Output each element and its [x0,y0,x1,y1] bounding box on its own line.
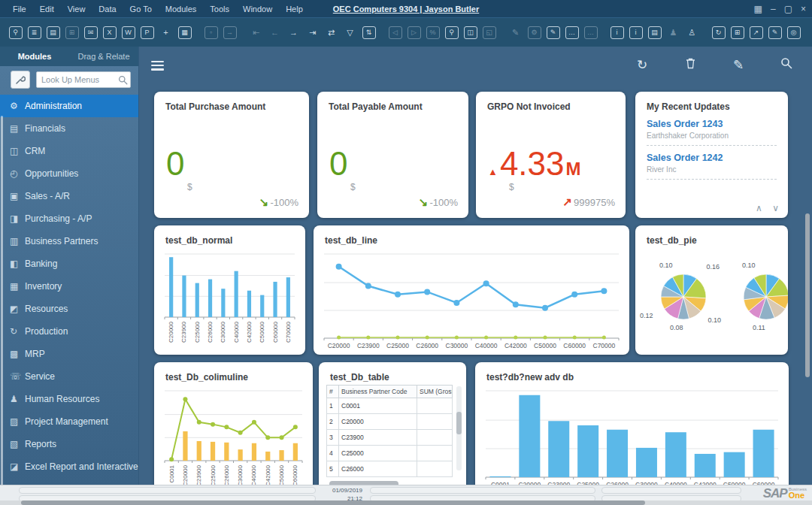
sales-ar-icon: ▣ [10,191,25,201]
chart-test-db-colimuline: C0001C20000C23900C25000C26000C30000C4000… [159,383,308,485]
window-title[interactable]: OEC Computers 9304 | Jayson Butler [333,5,479,14]
refresh-icon[interactable]: ↻ [635,57,650,73]
kpi-title: GRPO Not Invoiced [476,92,626,112]
sidebar-item-label: Opportunities [25,168,78,179]
menu-item-view[interactable]: View [61,5,92,14]
card-test-db-colimuline[interactable]: test_Db_colimuline C0001C20000C23900C250… [154,362,313,485]
edit-icon[interactable]: ✎ [731,57,746,73]
sidebar-item-inventory[interactable]: ▦Inventory [0,275,138,298]
trash-icon[interactable] [683,57,698,73]
pdf-icon[interactable]: P [141,26,154,39]
minimize-icon[interactable]: – [771,4,776,14]
sidebar-item-opportunities[interactable]: ◴Opportunities [0,162,138,185]
card-total-purchase-amount[interactable]: Total Purchase Amount0$↘-100% [154,92,309,218]
doc-note-icon[interactable]: ✎ [768,26,782,39]
content-vertical-scrollbar[interactable] [805,213,810,377]
scroll-up-icon[interactable]: ∧ [756,203,762,213]
menu-item-go-to[interactable]: Go To [123,5,159,14]
card-grpo-not-invoiced[interactable]: GRPO Not Invoiced▲4.33M$↗999975% [476,92,626,218]
maximize-icon[interactable]: ▢ [784,4,792,14]
mail-icon[interactable]: ✉ [84,26,98,39]
card-test-db-pie[interactable]: test_db_pie 0.100.160.120.080.100.100.14… [635,225,788,355]
table-row[interactable]: 4C25000 [327,446,453,461]
doc-refresh-icon[interactable]: ↻ [712,26,726,39]
sidebar-item-human-resources[interactable]: ♟Human Resources [0,388,138,410]
menu-item-data[interactable]: Data [92,5,123,14]
sidebar-scrollbar[interactable] [1,116,3,485]
pie-label: 0.08 [670,324,683,331]
card-total-payable-amount[interactable]: Total Payable Amount0$↘-100% [317,92,468,218]
status-field [19,487,316,494]
move-icon[interactable]: + [158,25,174,40]
sidebar-item-purchasing-a-p[interactable]: ◨Purchasing - A/P [0,207,138,230]
chat-icon[interactable]: … [565,26,579,39]
wrench-icon[interactable] [11,71,30,89]
doc-edit-icon[interactable]: ✎ [547,26,560,39]
table-row[interactable]: 3C23900 [327,430,453,446]
journal-icon[interactable]: ▤ [648,26,662,39]
card-test-db-new-adv-db[interactable]: test?db?new adv db C0001C20000C23900C250… [475,362,789,485]
sidebar-item-service[interactable]: ☏Service [0,365,138,388]
table-row[interactable]: 2C20000 [327,414,453,430]
scroll-down-icon[interactable]: ∨ [772,203,779,213]
card-my-recent-updates[interactable]: My Recent Updates Sales Order 1243Earths… [635,92,788,218]
layout-designer-icon[interactable]: ⊞ [731,26,744,39]
filter-icon[interactable]: ▽ [342,25,358,40]
sidebar-item-excel-report-and-interactive[interactable]: ◪Excel Report and Interactive [0,455,138,478]
menu-item-tools[interactable]: Tools [203,5,236,14]
menu-bar: FileEditViewDataGo ToModulesToolsWindowH… [0,0,812,18]
sidebar-item-project-management[interactable]: ▨Project Management [0,410,138,433]
doc-info-icon[interactable]: i [611,26,624,39]
table-vertical-scrollbar[interactable] [456,386,462,470]
sidebar-item-sales-a-r[interactable]: ▣Sales - A/R [0,185,138,207]
sidebar-item-production[interactable]: ↻Production [0,320,138,343]
pie-label: 0.16 [706,263,720,271]
table-settings-icon[interactable]: ▦ [178,26,192,39]
sidebar-item-business-partners[interactable]: ▥Business Partners [0,230,138,252]
print-preview-icon[interactable]: ▤ [47,26,60,39]
next-record-icon[interactable]: → [286,25,301,40]
card-test-db-table[interactable]: test_Db_table #Business Partner CodeSUM … [319,362,466,485]
tab-drag-relate[interactable]: Drag & Relate [69,52,138,61]
layout-grid-icon[interactable]: ▦ [754,4,762,14]
menu-item-file[interactable]: File [6,5,33,14]
payment-info-icon[interactable]: i [629,26,643,39]
svg-text:C42000: C42000 [265,464,271,485]
lookup-menus-input[interactable] [36,71,131,88]
kpi-trend: ↘-100% [259,195,298,209]
menu-item-help[interactable]: Help [279,5,310,14]
excel-icon[interactable]: X [103,26,117,39]
word-icon[interactable]: W [122,26,135,39]
table-row[interactable]: 5C26000 [327,461,453,477]
last-record-icon[interactable]: ⇥ [304,25,320,40]
external-link-icon[interactable]: ↗ [750,26,763,39]
sort-icon[interactable]: ⇅ [362,26,376,39]
recent-update-link[interactable]: Sales Order 1243 [647,119,777,129]
sidebar-item-reports[interactable]: ▧Reports [0,433,138,455]
card-test-db-line[interactable]: test_db_line C20000C23900C25000C26000C30… [314,225,629,355]
sidebar-item-banking[interactable]: ◧Banking [0,252,138,275]
window-horizontal-scrollbar[interactable] [0,500,812,505]
menu-item-edit[interactable]: Edit [33,5,61,14]
menu-item-modules[interactable]: Modules [159,5,204,14]
menu-item-window[interactable]: Window [236,5,279,14]
print-icon[interactable]: ≣ [28,26,41,39]
split-window-icon[interactable]: ◫ [464,26,477,39]
find-icon[interactable]: ⚲ [9,26,23,39]
sidebar-item-resources[interactable]: ◩Resources [0,298,138,320]
sidebar-item-administration[interactable]: ⚙Administration [0,95,138,117]
close-icon[interactable]: × [801,4,806,14]
tab-modules[interactable]: Modules [0,52,69,61]
table-row[interactable]: 1C0001 [327,398,453,414]
doc-globe-icon[interactable]: ◎ [787,26,801,39]
search-icon[interactable] [779,57,794,73]
hamburger-menu-icon[interactable] [151,59,165,72]
user-icon[interactable]: ♙ [684,25,700,40]
sidebar-item-financials[interactable]: ▤Financials [0,117,138,140]
doc-search-icon[interactable]: ⚲ [445,26,459,39]
sidebar-item-crm[interactable]: ◫CRM [0,140,138,162]
refresh-swap-icon[interactable]: ⇄ [323,25,339,40]
card-test-db-normal[interactable]: test_db_normal C20000C23900C25000C26000C… [154,225,305,355]
recent-update-link[interactable]: Sales Order 1242 [647,153,777,163]
sidebar-item-mrp[interactable]: ▩MRP [0,343,138,365]
